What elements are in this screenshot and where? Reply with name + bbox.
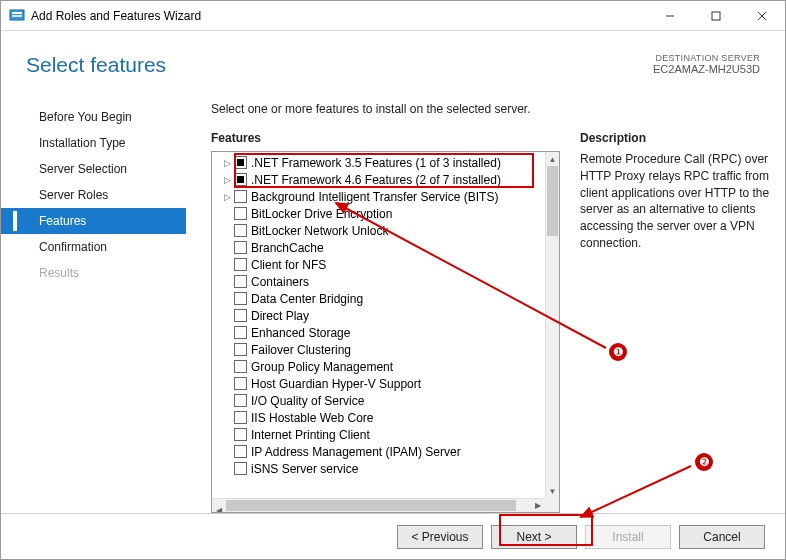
features-scroll-area[interactable]: ▷.NET Framework 3.5 Features (1 of 3 ins… <box>212 152 545 498</box>
nav-item-installation-type[interactable]: Installation Type <box>1 130 186 156</box>
vertical-scrollbar[interactable]: ▲ ▼ <box>545 152 559 498</box>
feature-item[interactable]: ▷.NET Framework 4.6 Features (2 of 7 ins… <box>212 171 545 188</box>
footer: < Previous Next > Install Cancel <box>1 513 785 559</box>
nav-item-results: Results <box>1 260 186 286</box>
scroll-right-icon[interactable]: ▶ <box>531 499 545 512</box>
feature-item[interactable]: Direct Play <box>212 307 545 324</box>
cancel-button[interactable]: Cancel <box>679 525 765 549</box>
feature-checkbox[interactable] <box>234 156 247 169</box>
destination-label: DESTINATION SERVER <box>653 53 760 63</box>
feature-checkbox[interactable] <box>234 241 247 254</box>
feature-checkbox[interactable] <box>234 224 247 237</box>
minimize-button[interactable] <box>647 1 693 31</box>
feature-item[interactable]: Host Guardian Hyper-V Support <box>212 375 545 392</box>
feature-checkbox[interactable] <box>234 462 247 475</box>
description-column: Description Remote Procedure Call (RPC) … <box>580 131 770 513</box>
feature-item[interactable]: BitLocker Network Unlock <box>212 222 545 239</box>
scroll-down-icon[interactable]: ▼ <box>546 484 559 498</box>
feature-label: I/O Quality of Service <box>251 394 364 408</box>
feature-checkbox[interactable] <box>234 445 247 458</box>
close-button[interactable] <box>739 1 785 31</box>
feature-checkbox[interactable] <box>234 275 247 288</box>
vertical-scroll-thumb[interactable] <box>547 166 558 236</box>
feature-checkbox[interactable] <box>234 428 247 441</box>
annotation-badge-1: ❶ <box>609 343 627 361</box>
feature-item[interactable]: Enhanced Storage <box>212 324 545 341</box>
feature-item[interactable]: BitLocker Drive Encryption <box>212 205 545 222</box>
expand-icon[interactable]: ▷ <box>222 175 232 185</box>
feature-item[interactable]: IIS Hostable Web Core <box>212 409 545 426</box>
feature-item[interactable]: IP Address Management (IPAM) Server <box>212 443 545 460</box>
header: Select features DESTINATION SERVER EC2AM… <box>1 31 785 82</box>
feature-label: Background Intelligent Transfer Service … <box>251 190 498 204</box>
feature-item[interactable]: ▷.NET Framework 3.5 Features (1 of 3 ins… <box>212 154 545 171</box>
main-content: Select one or more features to install o… <box>186 82 770 513</box>
features-listbox: ▷.NET Framework 3.5 Features (1 of 3 ins… <box>211 151 560 513</box>
content-columns: Features ▷.NET Framework 3.5 Features (1… <box>211 131 770 513</box>
feature-label: BranchCache <box>251 241 324 255</box>
features-label: Features <box>211 131 560 145</box>
expand-icon[interactable]: ▷ <box>222 158 232 168</box>
features-column: Features ▷.NET Framework 3.5 Features (1… <box>211 131 560 513</box>
feature-item[interactable]: Failover Clustering <box>212 341 545 358</box>
feature-label: Group Policy Management <box>251 360 393 374</box>
feature-label: Client for NFS <box>251 258 326 272</box>
nav-item-features[interactable]: Features <box>1 208 186 234</box>
annotation-badge-2: ❷ <box>695 453 713 471</box>
destination-value: EC2AMAZ-MH2U53D <box>653 63 760 75</box>
scrollbar-corner <box>545 498 559 512</box>
feature-label: Enhanced Storage <box>251 326 350 340</box>
feature-checkbox[interactable] <box>234 292 247 305</box>
instruction-text: Select one or more features to install o… <box>211 102 770 116</box>
feature-item[interactable]: ▷Background Intelligent Transfer Service… <box>212 188 545 205</box>
horizontal-scrollbar[interactable]: ◀ ▶ <box>212 498 545 512</box>
window-title: Add Roles and Features Wizard <box>31 9 647 23</box>
feature-checkbox[interactable] <box>234 343 247 356</box>
feature-label: Data Center Bridging <box>251 292 363 306</box>
feature-checkbox[interactable] <box>234 173 247 186</box>
feature-item[interactable]: Internet Printing Client <box>212 426 545 443</box>
feature-item[interactable]: Data Center Bridging <box>212 290 545 307</box>
description-label: Description <box>580 131 770 145</box>
title-bar: Add Roles and Features Wizard <box>1 1 785 31</box>
scroll-up-icon[interactable]: ▲ <box>546 152 559 166</box>
nav-item-before-you-begin[interactable]: Before You Begin <box>1 104 186 130</box>
feature-checkbox[interactable] <box>234 190 247 203</box>
nav-item-server-selection[interactable]: Server Selection <box>1 156 186 182</box>
maximize-button[interactable] <box>693 1 739 31</box>
feature-checkbox[interactable] <box>234 309 247 322</box>
wizard-nav: Before You BeginInstallation TypeServer … <box>1 82 186 513</box>
svg-rect-2 <box>12 15 22 17</box>
feature-label: BitLocker Drive Encryption <box>251 207 392 221</box>
nav-item-server-roles[interactable]: Server Roles <box>1 182 186 208</box>
feature-item[interactable]: I/O Quality of Service <box>212 392 545 409</box>
feature-checkbox[interactable] <box>234 207 247 220</box>
expand-icon[interactable]: ▷ <box>222 192 232 202</box>
horizontal-scroll-thumb[interactable] <box>226 500 516 511</box>
feature-checkbox[interactable] <box>234 326 247 339</box>
scroll-left-icon[interactable]: ◀ <box>212 506 226 513</box>
nav-item-confirmation[interactable]: Confirmation <box>1 234 186 260</box>
next-button[interactable]: Next > <box>491 525 577 549</box>
feature-label: iSNS Server service <box>251 462 358 476</box>
feature-label: IP Address Management (IPAM) Server <box>251 445 461 459</box>
feature-checkbox[interactable] <box>234 258 247 271</box>
window-controls <box>647 1 785 31</box>
feature-label: Direct Play <box>251 309 309 323</box>
feature-item[interactable]: iSNS Server service <box>212 460 545 477</box>
previous-button[interactable]: < Previous <box>397 525 483 549</box>
install-button[interactable]: Install <box>585 525 671 549</box>
feature-item[interactable]: Containers <box>212 273 545 290</box>
app-icon <box>9 8 25 24</box>
feature-checkbox[interactable] <box>234 360 247 373</box>
wizard-body: Before You BeginInstallation TypeServer … <box>1 82 785 513</box>
feature-item[interactable]: Client for NFS <box>212 256 545 273</box>
svg-rect-4 <box>712 12 720 20</box>
feature-checkbox[interactable] <box>234 377 247 390</box>
wizard-window: Add Roles and Features Wizard Select fea… <box>0 0 786 560</box>
feature-checkbox[interactable] <box>234 394 247 407</box>
page-title: Select features <box>26 53 653 77</box>
feature-item[interactable]: Group Policy Management <box>212 358 545 375</box>
feature-item[interactable]: BranchCache <box>212 239 545 256</box>
feature-checkbox[interactable] <box>234 411 247 424</box>
